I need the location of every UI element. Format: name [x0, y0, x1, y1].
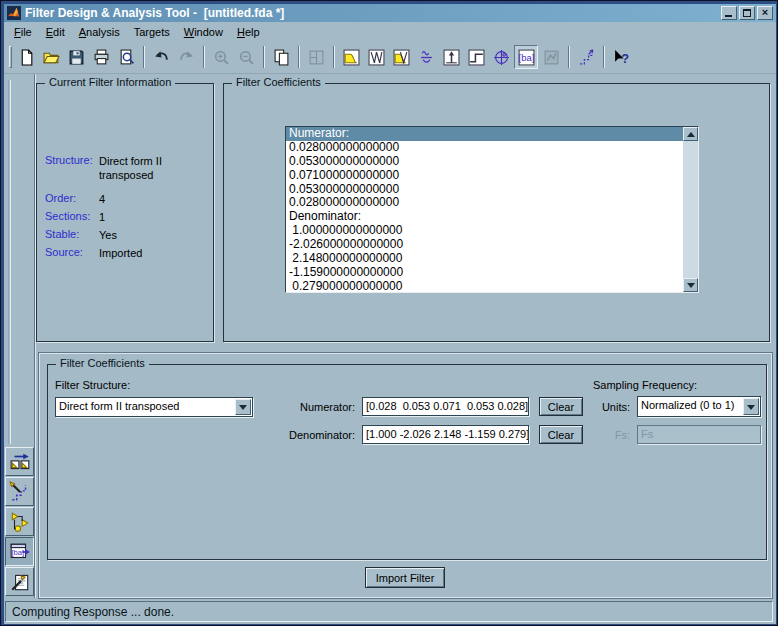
- save-icon: [68, 49, 85, 66]
- scroll-up-icon[interactable]: [683, 127, 698, 141]
- vertical-scrollbar[interactable]: [683, 127, 698, 292]
- toolbar-separator: [568, 46, 570, 68]
- toolbar-separator: [333, 46, 335, 68]
- filter-info-button: [539, 45, 563, 69]
- context-help-button[interactable]: ?: [609, 45, 633, 69]
- new-file-icon: [18, 49, 35, 66]
- zoom-out-icon: [238, 49, 255, 66]
- minimize-button[interactable]: [721, 6, 737, 20]
- impulse-response-button[interactable]: [439, 45, 463, 69]
- current-filter-info-title: Current Filter Information: [45, 76, 175, 88]
- import-filter-button[interactable]: [ba]: [5, 537, 34, 566]
- open-file-button[interactable]: [39, 45, 63, 69]
- maximize-button[interactable]: [739, 6, 755, 20]
- minimize-icon: [725, 15, 732, 17]
- filter-coefficients-display-panel: Filter Coefficients Numerator: 0.0280000…: [223, 83, 770, 342]
- menu-bar: File Edit Analysis Targets Window Help: [4, 22, 776, 41]
- list-item[interactable]: -2.026000000000000: [286, 238, 683, 252]
- list-item[interactable]: 0.071000000000000: [286, 169, 683, 183]
- main-area: [ba] Current Filter Information Structur…: [4, 74, 776, 598]
- status-bar: Computing Response ... done.: [5, 601, 773, 622]
- sampling-frequency-label: Sampling Frequency:: [593, 379, 697, 391]
- quantization-editor-button[interactable]: [5, 477, 34, 506]
- filter-coefficients-import-group: Filter Coefficients Filter Structure: Di…: [47, 364, 767, 560]
- list-item[interactable]: 0.053000000000000: [286, 155, 683, 169]
- step-response-icon: [468, 49, 485, 66]
- toolbar-separator: [263, 46, 265, 68]
- layout-icon: [308, 49, 325, 66]
- menu-window[interactable]: Window: [177, 24, 230, 40]
- filter-structure-select[interactable]: Direct form II transposed: [55, 397, 253, 417]
- close-button[interactable]: ×: [757, 6, 773, 20]
- numerator-input[interactable]: [0.028 0.053 0.071 0.053 0.028]: [362, 397, 529, 416]
- menu-analysis[interactable]: Analysis: [72, 24, 127, 40]
- list-item[interactable]: 1.000000000000000: [286, 224, 683, 238]
- phase-response-button[interactable]: [364, 45, 388, 69]
- import-filter-action-button[interactable]: Import Filter: [365, 567, 445, 588]
- list-item[interactable]: 0.279000000000000: [286, 280, 683, 294]
- stable-label: Stable:: [45, 228, 79, 240]
- filter-coefficients-display-title: Filter Coefficients: [232, 76, 325, 88]
- list-item[interactable]: 0.028000000000000: [286, 196, 683, 210]
- list-item[interactable]: -1.159000000000000: [286, 266, 683, 280]
- list-item[interactable]: Numerator:: [286, 127, 683, 141]
- svg-text:?: ?: [621, 51, 629, 66]
- import-panel: Filter Coefficients Filter Structure: Di…: [39, 353, 772, 598]
- list-item[interactable]: Denominator:: [286, 210, 683, 224]
- scroll-down-icon[interactable]: [683, 278, 698, 292]
- group-delay-button[interactable]: [414, 45, 438, 69]
- chevron-down-icon[interactable]: [743, 398, 759, 415]
- print-icon: [93, 49, 110, 66]
- sections-value: 1: [99, 210, 105, 224]
- step-response-button[interactable]: [464, 45, 488, 69]
- group-delay-icon: [418, 49, 435, 66]
- stable-value: Yes: [99, 228, 117, 242]
- menu-targets[interactable]: Targets: [127, 24, 177, 40]
- realize-model-button[interactable]: [5, 507, 34, 536]
- menu-edit[interactable]: Edit: [39, 24, 72, 40]
- units-select[interactable]: Normalized (0 to 1): [637, 396, 761, 417]
- toolbar-separator: [603, 46, 605, 68]
- design-filter-button[interactable]: [5, 567, 34, 596]
- magnitude-and-phase-button[interactable]: [389, 45, 413, 69]
- order-value: 4: [99, 192, 105, 206]
- transform-filter-button[interactable]: [5, 447, 34, 476]
- design-multirate-filter-button[interactable]: [574, 45, 598, 69]
- redo-button: [174, 45, 198, 69]
- pole-zero-plot-button[interactable]: [489, 45, 513, 69]
- print-button[interactable]: [89, 45, 113, 69]
- chevron-down-icon[interactable]: [235, 399, 251, 415]
- toolbar-grip[interactable]: [9, 46, 12, 68]
- copy-figure-button[interactable]: [269, 45, 293, 69]
- help-cursor-icon: ?: [613, 49, 630, 66]
- list-item[interactable]: 2.148000000000000: [286, 252, 683, 266]
- filter-structure-label: Filter Structure:: [55, 379, 130, 391]
- design-filter-icon: [9, 571, 31, 593]
- order-label: Order:: [45, 192, 76, 204]
- open-folder-icon: [43, 49, 60, 66]
- close-icon: ×: [758, 6, 772, 18]
- layout-button: [304, 45, 328, 69]
- undo-button[interactable]: [149, 45, 173, 69]
- new-file-button[interactable]: [14, 45, 38, 69]
- save-button[interactable]: [64, 45, 88, 69]
- magnitude-response-button[interactable]: [339, 45, 363, 69]
- zoom-in-button: [209, 45, 233, 69]
- denominator-input[interactable]: [1.000 -2.026 2.148 -1.159 0.279]: [362, 425, 529, 444]
- clear-denominator-button[interactable]: Clear: [539, 425, 583, 444]
- clear-numerator-button[interactable]: Clear: [539, 397, 583, 416]
- menu-help[interactable]: Help: [230, 24, 267, 40]
- window-client-area: Filter Design & Analysis Tool - [untitle…: [4, 4, 776, 624]
- list-item[interactable]: 0.028000000000000: [286, 141, 683, 155]
- title-bar[interactable]: Filter Design & Analysis Tool - [untitle…: [4, 4, 776, 22]
- redo-icon: [178, 49, 195, 66]
- filter-coefficients-button[interactable]: [ba]: [514, 45, 538, 69]
- coefficients-listbox[interactable]: Numerator: 0.028000000000000 0.053000000…: [285, 126, 699, 293]
- source-label: Source:: [45, 246, 83, 258]
- import-filter-icon: [ba]: [9, 541, 31, 563]
- filter-info-icon: [543, 49, 560, 66]
- print-preview-button[interactable]: [114, 45, 138, 69]
- menu-file[interactable]: File: [7, 24, 39, 40]
- list-item[interactable]: 0.053000000000000: [286, 183, 683, 197]
- zoom-in-icon: [213, 49, 230, 66]
